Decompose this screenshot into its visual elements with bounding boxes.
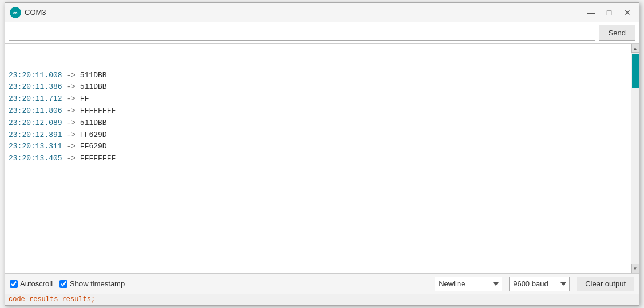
log-arrow: -> (62, 94, 80, 103)
autoscroll-label[interactable]: Autoscroll (20, 279, 53, 288)
baud-dropdown[interactable]: 300 baud1200 baud2400 baud4800 baud9600 … (509, 277, 570, 291)
send-button[interactable]: Send (599, 25, 635, 41)
log-value: FFFFFFFF (80, 106, 116, 115)
bottom-code-hint: code_results results; (5, 294, 639, 305)
window-title: COM3 (25, 8, 46, 17)
log-value: 511DBB (80, 71, 107, 80)
log-line: 23:20:12.891 -> FF629D (9, 129, 627, 141)
log-timestamp: 23:20:13.311 (9, 142, 62, 151)
log-timestamp: 23:20:12.089 (9, 119, 62, 127)
output-area: 23:20:11.008 -> 511DBB 23:20:11.386 -> 5… (5, 44, 639, 273)
log-line: 23:20:11.712 -> FF (9, 93, 627, 105)
log-timestamp: 23:20:11.386 (9, 82, 62, 91)
log-arrow: -> (62, 82, 80, 91)
autoscroll-checkbox[interactable] (10, 280, 18, 288)
scroll-up-button[interactable]: ▲ (631, 44, 639, 53)
scrollbar-thumb[interactable] (632, 54, 639, 88)
timestamp-group: Show timestamp (59, 279, 125, 288)
log-line: 23:20:12.089 -> 511DBB (9, 117, 627, 129)
log-timestamp: 23:20:13.405 (9, 154, 62, 163)
log-arrow: -> (62, 131, 80, 139)
log-value: FF629D (80, 142, 107, 151)
newline-dropdown[interactable]: No line endingNewlineCarriage returnBoth… (435, 277, 502, 291)
log-line: 23:20:13.405 -> FFFFFFFF (9, 153, 627, 165)
log-timestamp: 23:20:11.806 (9, 106, 62, 115)
log-timestamp: 23:20:11.008 (9, 71, 62, 80)
main-window: ∞ COM3 — □ ✕ Send 23:20:11.008 -> 511DBB… (5, 2, 639, 306)
log-value: FF (80, 94, 89, 103)
log-line: 23:20:11.806 -> FFFFFFFF (9, 105, 627, 117)
status-bar: Autoscroll Show timestamp No line ending… (5, 273, 639, 294)
bottom-hint-text: code_results results; (9, 295, 95, 303)
show-timestamp-checkbox[interactable] (59, 280, 67, 288)
input-bar: Send (5, 22, 639, 44)
log-value: FF629D (80, 131, 107, 139)
log-timestamp: 23:20:11.712 (9, 94, 62, 103)
log-timestamp: 23:20:12.891 (9, 131, 62, 139)
clear-output-button[interactable]: Clear output (577, 277, 634, 291)
scroll-down-button[interactable]: ▼ (631, 264, 639, 273)
arduino-logo-icon: ∞ (10, 7, 21, 18)
log-value: 511DBB (80, 82, 107, 91)
log-arrow: -> (62, 142, 80, 151)
log-line: 23:20:13.311 -> FF629D (9, 141, 627, 153)
scrollbar-track: ▲ ▼ (631, 44, 639, 273)
log-value: FFFFFFFF (80, 154, 116, 163)
log-arrow: -> (62, 154, 80, 163)
log-line: 23:20:11.008 -> 511DBB (9, 70, 627, 82)
log-line: 23:20:11.386 -> 511DBB (9, 81, 627, 93)
maximize-button[interactable]: □ (602, 6, 616, 19)
title-bar-left: ∞ COM3 (10, 7, 46, 18)
output-text: 23:20:11.008 -> 511DBB 23:20:11.386 -> 5… (5, 44, 631, 273)
close-button[interactable]: ✕ (621, 6, 634, 19)
autoscroll-group: Autoscroll (10, 279, 53, 288)
window-controls: — □ ✕ (584, 6, 634, 19)
minimize-button[interactable]: — (584, 6, 598, 19)
log-arrow: -> (62, 106, 80, 115)
title-bar: ∞ COM3 — □ ✕ (5, 3, 639, 22)
log-arrow: -> (62, 119, 80, 127)
log-arrow: -> (62, 71, 80, 80)
log-value: 511DBB (80, 119, 107, 127)
serial-input[interactable] (9, 25, 595, 41)
show-timestamp-label[interactable]: Show timestamp (70, 279, 125, 288)
